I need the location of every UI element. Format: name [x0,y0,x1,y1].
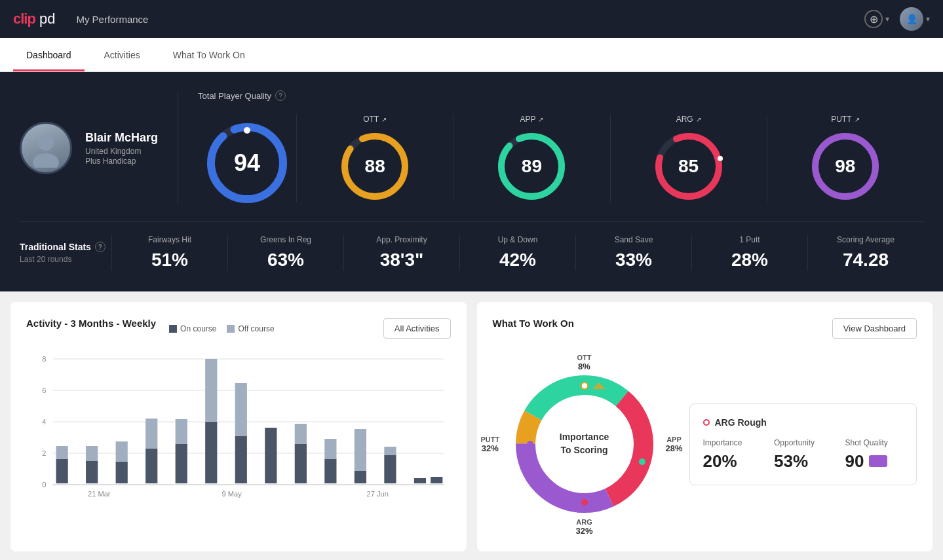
svg-point-4 [244,127,250,134]
legend-on-course-icon [169,325,177,333]
svg-rect-46 [324,439,336,459]
player-details: Blair McHarg United Kingdom Plus Handica… [85,131,158,166]
page-title: My Performance [76,14,148,25]
tab-dashboard[interactable]: Dashboard [13,38,85,71]
gauge-ott-value: 88 [365,156,385,177]
stat-sandsave-value: 33% [587,250,681,271]
view-dashboard-button[interactable]: View Dashboard [832,318,917,339]
svg-rect-30 [86,461,98,483]
svg-rect-45 [324,459,336,483]
stat-updown-label: Up & Down [471,235,565,244]
gauge-putt-circle: 98 [809,130,881,202]
player-name: Blair McHarg [85,131,158,145]
trad-title: Traditional Stats ? [20,242,111,252]
stat-1putt-label: 1 Putt [702,235,797,244]
svg-point-15 [843,134,848,139]
svg-point-64 [639,458,645,465]
trad-label-section: Traditional Stats ? Last 20 rounds [20,242,111,264]
stat-fairways-label: Fairways Hit [123,235,217,244]
gauge-ott-label: OTT ↗ [363,115,387,124]
donut-chart-container: ImportanceTo Scoring OTT 8% APP 28% ARG … [493,352,676,536]
activity-chart-svg: 8 6 4 2 0 [26,352,451,510]
tab-activities[interactable]: Activities [91,38,153,71]
main-gauge-value: 94 [234,149,260,177]
gauge-app-circle: 89 [495,130,568,202]
svg-point-66 [527,441,533,447]
avatar: 👤 [900,7,923,31]
svg-point-63 [581,383,588,389]
svg-rect-42 [265,428,277,483]
main-gauge-section: 94 [198,111,296,206]
svg-rect-33 [116,441,128,462]
quality-section: Total Player Quality ? 94 [198,90,923,206]
gauge-app-value: 89 [522,156,542,177]
chart-area: 8 6 4 2 0 [26,352,451,510]
trad-subtitle: Last 20 rounds [20,255,111,264]
trad-help-icon[interactable]: ? [95,242,106,252]
info-title-dot [703,419,710,426]
stat-1putt: 1 Putt 28% [691,235,807,271]
stat-gir-value: 63% [239,250,333,271]
user-menu[interactable]: 👤 ▾ [900,7,930,31]
add-button[interactable]: ⊕ ▾ [864,10,889,28]
stat-fairways: Fairways Hit 51% [111,235,227,271]
svg-text:0: 0 [42,481,46,489]
player-info: Blair McHarg United Kingdom Plus Handica… [20,122,158,174]
svg-rect-47 [355,471,366,483]
gauge-arg-value: 85 [678,156,699,177]
wtwo-metrics: Importance 20% Opportunity 53% Shot Qual… [703,438,904,472]
donut-label-arg: ARG 32% [575,518,592,536]
wtwo-metric-importance: Importance 20% [703,438,761,472]
svg-rect-29 [56,446,68,459]
quality-label: Total Player Quality ? [198,90,923,101]
gauge-putt-value: 98 [835,156,855,177]
wtwo-metric-importance-label: Importance [703,438,761,447]
activity-title: Activity - 3 Months - Weekly [26,318,156,329]
stat-scoring-value: 74.28 [818,250,913,271]
svg-text:8: 8 [42,355,46,363]
svg-rect-28 [56,459,68,483]
svg-rect-48 [355,429,366,471]
wtwo-title: What To Work On [493,318,574,329]
help-icon[interactable]: ? [275,90,286,101]
wtwo-info-title: ARG Rough [703,417,904,428]
svg-rect-41 [235,383,247,436]
donut-label-putt: PUTT 32% [481,436,500,453]
wtwo-header: What To Work On View Dashboard [493,318,917,339]
logo[interactable]: clippd [13,10,55,28]
svg-rect-36 [176,444,187,483]
activity-card: Activity - 3 Months - Weekly On course O… [10,302,467,551]
stat-scoring-label: Scoring Average [818,235,913,244]
svg-text:4: 4 [42,418,46,426]
legend-off-course-icon [227,325,235,333]
svg-rect-52 [431,477,442,483]
wtwo-metric-opportunity-label: Opportunity [774,438,832,447]
svg-rect-40 [235,436,247,483]
stat-sandsave: Sand Save 33% [575,235,691,271]
player-section: Blair McHarg United Kingdom Plus Handica… [20,90,923,206]
wtwo-metric-shotquality-label: Shot Quality [845,438,904,447]
svg-rect-43 [295,444,307,483]
stat-sandsave-label: Sand Save [587,235,681,244]
legend-on-course: On course [169,324,216,333]
gauge-app-label: APP ↗ [520,115,543,124]
stat-gir-label: Greens In Reg [239,235,333,244]
gauge-ott-circle: 88 [339,130,411,202]
trad-stats-grid: Fairways Hit 51% Greens In Reg 63% App. … [111,235,923,271]
activity-header: Activity - 3 Months - Weekly On course O… [26,318,451,339]
stat-proximity-label: App. Proximity [355,235,449,244]
svg-rect-32 [116,462,128,483]
tab-what-to-work-on[interactable]: What To Work On [160,38,258,71]
svg-rect-39 [205,359,217,422]
wtwo-metric-opportunity-value: 53% [774,451,832,472]
svg-text:6: 6 [42,386,46,394]
stat-proximity: App. Proximity 38'3" [343,235,459,271]
svg-point-65 [581,499,588,506]
divider-vertical [178,90,178,206]
wtwo-info-card: ARG Rough Importance 20% Opportunity 53%… [689,403,917,485]
all-activities-button[interactable]: All Activities [383,318,451,339]
gauge-putt-label: PUTT ↗ [831,115,859,124]
stat-proximity-value: 38'3" [355,250,449,271]
wtwo-metric-shotquality-value: 90 [845,451,864,472]
traditional-stats: Traditional Stats ? Last 20 rounds Fairw… [20,221,923,271]
